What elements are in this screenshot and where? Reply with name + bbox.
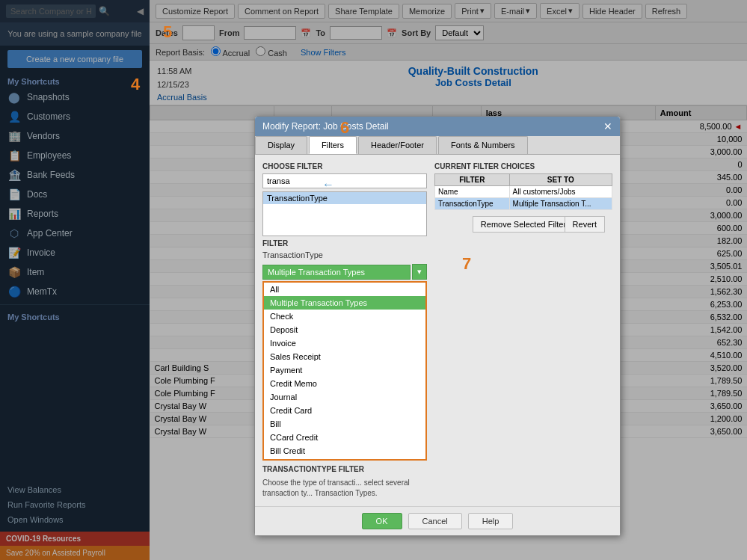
trans-option-all[interactable]: All: [264, 283, 425, 296]
modal-body: CHOOSE FILTER ← TransactionType FILTER T…: [255, 155, 620, 506]
remove-selected-filter-button[interactable]: Remove Selected Filter: [473, 216, 574, 233]
trans-option-multi[interactable]: Multiple Transaction Types: [264, 296, 425, 310]
trans-dropdown-arrow[interactable]: ▾: [412, 264, 427, 280]
filter-name-cell: TransactionType: [435, 198, 510, 210]
trans-select-bar: Multiple Transaction Types ▾: [262, 264, 427, 280]
trans-option-ccard-refund[interactable]: CCard Refund: [264, 458, 425, 461]
trans-option-ccard-credit[interactable]: CCard Credit: [264, 431, 425, 444]
trans-option-deposit[interactable]: Deposit: [264, 323, 425, 336]
current-filter-row[interactable]: Name All customers/Jobs: [435, 186, 612, 198]
trans-option-bill-credit[interactable]: Bill Credit: [264, 444, 425, 458]
modal-title-bar: Modify Report: Job Costs Detail ✕: [255, 117, 620, 136]
choose-filter-title: CHOOSE FILTER: [262, 162, 427, 170]
trans-type-dropdown[interactable]: All Multiple Transaction Types Check Dep…: [262, 281, 427, 461]
trans-option-credit-card[interactable]: Credit Card: [264, 404, 425, 417]
trans-option-journal[interactable]: Journal: [264, 390, 425, 404]
filter-search-input[interactable]: [262, 173, 427, 188]
col-filter: FILTER: [435, 174, 510, 186]
revert-button[interactable]: Revert: [565, 216, 605, 233]
trans-type-select[interactable]: Multiple Transaction Types: [262, 265, 411, 280]
filter-list-item-transactiontype[interactable]: TransactionType: [263, 192, 426, 204]
trans-option-sales-receipt[interactable]: Sales Receipt: [264, 350, 425, 363]
filter-list[interactable]: TransactionType: [262, 191, 427, 236]
help-button[interactable]: Help: [468, 513, 514, 529]
filter-right-panel: CURRENT FILTER CHOICES FILTER SET TO Nam…: [434, 162, 612, 499]
trans-option-credit-memo[interactable]: Credit Memo: [264, 377, 425, 390]
filter-name-cell: Name: [435, 186, 510, 198]
tab-display[interactable]: Display: [255, 136, 307, 154]
modal-close-button[interactable]: ✕: [603, 120, 612, 132]
step5-annotation: 5: [163, 22, 172, 42]
current-filter-title: CURRENT FILTER CHOICES: [434, 162, 612, 170]
ok-button[interactable]: OK: [362, 513, 402, 529]
filter-left-panel: CHOOSE FILTER ← TransactionType FILTER T…: [262, 162, 427, 499]
modal-footer: OK Cancel Help: [255, 506, 620, 535]
modal-tabs: Display Filters Header/Footer Fonts & Nu…: [255, 136, 620, 155]
step6-annotation: 6: [340, 118, 349, 138]
tab-header-footer[interactable]: Header/Footer: [358, 136, 437, 154]
filter-label: FILTER: [262, 239, 427, 247]
tab-fonts-numbers[interactable]: Fonts & Numbers: [438, 136, 528, 154]
trans-option-payment[interactable]: Payment: [264, 363, 425, 377]
transactiontype-filter-title: TRANSACTIONTYPE FILTER: [262, 465, 427, 473]
filter-description: Choose the type of transacti... select s…: [262, 478, 427, 499]
selected-filter-name: TransactionType: [262, 249, 427, 261]
trans-option-check[interactable]: Check: [264, 310, 425, 323]
step7-annotation: 7: [462, 254, 471, 274]
trans-option-bill[interactable]: Bill: [264, 417, 425, 431]
current-filter-table: FILTER SET TO Name All customers/Jobs Tr…: [434, 173, 612, 210]
modal-title: Modify Report: Job Costs Detail: [262, 121, 389, 132]
step4-annotation: 4: [131, 75, 140, 94]
modify-report-modal: Modify Report: Job Costs Detail ✕ Displa…: [254, 116, 621, 536]
current-filter-row-selected[interactable]: TransactionType Multiple Transaction T..…: [435, 198, 612, 210]
transaction-dropdown-section: Multiple Transaction Types ▾ All Multipl…: [262, 264, 427, 461]
filter-set-to-cell: All customers/Jobs: [509, 186, 612, 198]
trans-option-invoice[interactable]: Invoice: [264, 336, 425, 350]
col-set-to: SET TO: [509, 174, 612, 186]
cancel-button[interactable]: Cancel: [408, 513, 462, 529]
filter-set-to-cell: Multiple Transaction T...: [509, 198, 612, 210]
tab-filters[interactable]: Filters: [309, 136, 357, 154]
